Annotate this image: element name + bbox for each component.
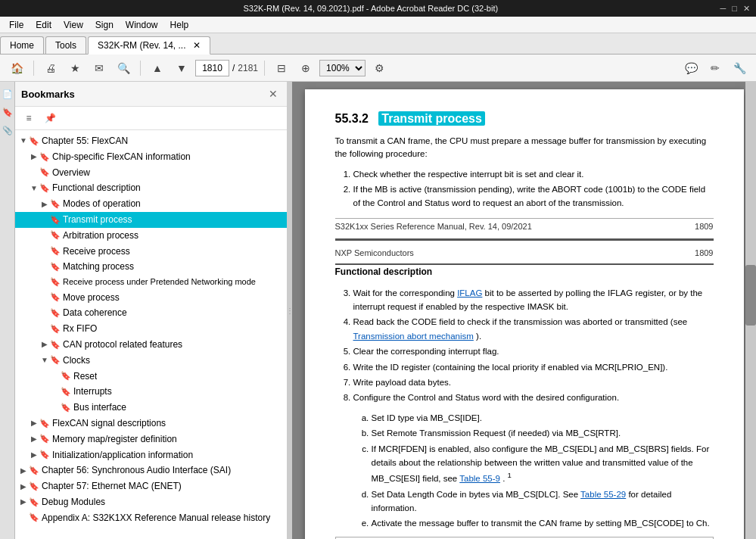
- menu-edit[interactable]: Edit: [30, 18, 58, 32]
- bookmark-chip-specific[interactable]: ▶ 🔖 Chip-specific FlexCAN information: [15, 149, 287, 165]
- bookmark-label: Data coherence: [63, 307, 127, 319]
- bookmark-memory-map[interactable]: ▶ 🔖 Memory map/register definition: [15, 432, 287, 447]
- bookmark-reset[interactable]: 🔖 Reset: [15, 369, 287, 385]
- bookmark-move[interactable]: 🔖 Move process: [15, 290, 287, 306]
- bookmark-data-coherence[interactable]: 🔖 Data coherence: [15, 305, 287, 321]
- expand-icon[interactable]: ▶: [29, 151, 39, 162]
- menu-file[interactable]: File: [3, 18, 30, 32]
- window-controls[interactable]: ─ □ ✕: [720, 4, 750, 14]
- expand-icon[interactable]: ▶: [29, 450, 39, 460]
- bookmark-label: Initialization/application information: [52, 449, 193, 462]
- table55-9-link[interactable]: Table 55-9: [459, 474, 500, 483]
- bookmark-can-protocol[interactable]: ▶ 🔖 CAN protocol related features: [15, 337, 287, 353]
- markup-button[interactable]: ✏: [705, 59, 726, 77]
- pdf-scrollbar-thumb[interactable]: [745, 265, 756, 326]
- email-button[interactable]: ✉: [89, 59, 110, 77]
- tab-close-icon[interactable]: ✕: [193, 40, 201, 51]
- bookmark-clocks[interactable]: ▼ 🔖 Clocks: [15, 353, 287, 369]
- bookmark-appendix-a[interactable]: 🔖 Appendix A: S32K1XX Reference Manual r…: [15, 510, 287, 526]
- expand-icon[interactable]: ▼: [29, 183, 39, 194]
- footer-page1: 1809: [695, 222, 713, 231]
- sidebar-toolbar: ≡ 📌: [15, 107, 287, 130]
- maximize-button[interactable]: □: [732, 4, 737, 14]
- bookmark-icon: 🔖: [29, 513, 39, 523]
- zoom-in-button[interactable]: ⊕: [295, 59, 316, 77]
- sidebar-pin-button[interactable]: 📌: [41, 110, 59, 126]
- expand-icon[interactable]: ▼: [18, 136, 29, 146]
- bookmark-star-button[interactable]: ★: [64, 59, 86, 77]
- bookmark-label: Functional description: [52, 182, 141, 195]
- menu-view[interactable]: View: [58, 18, 89, 32]
- expand-icon[interactable]: ▶: [18, 466, 29, 476]
- zoom-select[interactable]: 50% 75% 100% 125% 150% 200%: [319, 60, 366, 76]
- expand-icon[interactable]: ▶: [39, 339, 50, 350]
- expand-icon[interactable]: ▶: [29, 434, 39, 444]
- sidebar: Bookmarks ✕ ≡ 📌 ▼ 🔖 Chapter 55: FlexCAN …: [15, 82, 288, 539]
- bookmark-label: Appendix A: S32K1XX Reference Manual rel…: [42, 512, 270, 525]
- next-page-button[interactable]: ▼: [171, 59, 192, 77]
- sidebar-close-button[interactable]: ✕: [266, 86, 281, 101]
- fit-button[interactable]: ⚙: [369, 59, 390, 77]
- transmission-abort-link[interactable]: Transmission abort mechanism: [353, 332, 474, 341]
- bookmark-receive-pretend[interactable]: 🔖 Receive process under Pretended Networ…: [15, 275, 287, 289]
- bookmark-matching[interactable]: 🔖 Matching process: [15, 259, 287, 275]
- home-button[interactable]: 🏠: [6, 59, 27, 77]
- bookmark-arbitration[interactable]: 🔖 Arbitration process: [15, 228, 287, 244]
- expand-icon[interactable]: ▶: [39, 199, 50, 210]
- bookmark-rx-fifo[interactable]: 🔖 Rx FIFO: [15, 321, 287, 337]
- expand-icon[interactable]: ▶: [18, 497, 29, 507]
- tools-more-button[interactable]: 🔧: [729, 59, 750, 77]
- bookmark-transmit[interactable]: 🔖 Transmit process: [15, 212, 287, 228]
- bookmark-label: Debug Modules: [42, 496, 105, 509]
- section-title: Transmit process: [378, 111, 485, 126]
- prev-page-button[interactable]: ▲: [147, 59, 168, 77]
- menu-sign[interactable]: Sign: [89, 18, 120, 32]
- bookmark-icon: 🔖: [39, 167, 50, 178]
- tab-home[interactable]: Home: [0, 36, 44, 54]
- menu-help[interactable]: Help: [164, 18, 195, 32]
- bookmark-label: Chapter 57: Ethernet MAC (ENET): [42, 480, 182, 493]
- bookmark-label: CAN protocol related features: [63, 338, 182, 351]
- minimize-button[interactable]: ─: [720, 4, 726, 14]
- menu-window[interactable]: Window: [120, 18, 164, 32]
- page-number-input[interactable]: [195, 60, 229, 76]
- pdf-scrollbar[interactable]: [745, 82, 756, 539]
- bookmark-overview[interactable]: 🔖 Overview: [15, 165, 287, 181]
- bookmark-label: Chip-specific FlexCAN information: [52, 151, 191, 164]
- sidebar-menu-button[interactable]: ≡: [20, 110, 38, 126]
- iflag-link[interactable]: IFLAG: [457, 288, 482, 298]
- close-button[interactable]: ✕: [743, 4, 750, 14]
- bookmark-functional[interactable]: ▼ 🔖 Functional description: [15, 180, 287, 196]
- zoom-out-button[interactable]: ⊟: [271, 59, 292, 77]
- comment-button[interactable]: 💬: [680, 59, 702, 77]
- pdf-page: 55.3.2 Transmit process To transmit a CA…: [305, 89, 744, 539]
- bookmark-chapter55[interactable]: ▼ 🔖 Chapter 55: FlexCAN: [15, 133, 287, 149]
- expand-icon[interactable]: ▶: [29, 418, 39, 428]
- bookmark-icon: 🔖: [50, 199, 61, 210]
- bookmark-receive[interactable]: 🔖 Receive process: [15, 244, 287, 260]
- panel-icon-attach[interactable]: 📎: [2, 124, 14, 136]
- expand-icon[interactable]: ▶: [18, 481, 29, 492]
- bookmark-modes[interactable]: ▶ 🔖 Modes of operation: [15, 196, 287, 212]
- bookmark-icon: 🔖: [29, 136, 39, 146]
- bookmark-init-app[interactable]: ▶ 🔖 Initialization/application informati…: [15, 447, 287, 463]
- bookmark-icon: 🔖: [29, 466, 39, 476]
- tab-document[interactable]: S32K-RM (Rev. 14, ... ✕: [88, 36, 210, 55]
- panel-icon-bookmark[interactable]: 🔖: [2, 106, 14, 118]
- panel-icon-page[interactable]: 📄: [2, 88, 14, 100]
- table55-29-link[interactable]: Table 55-29: [580, 490, 626, 499]
- bookmark-chapter57[interactable]: ▶ 🔖 Chapter 57: Ethernet MAC (ENET): [15, 478, 287, 494]
- bookmark-debug[interactable]: ▶ 🔖 Debug Modules: [15, 494, 287, 510]
- search-button[interactable]: 🔍: [113, 59, 134, 77]
- main-area: 📄 🔖 📎 Bookmarks ✕ ≡ 📌 ▼ 🔖 Chapter 55: Fl…: [0, 82, 756, 539]
- page-footer: S32K1xx Series Reference Manual, Rev. 14…: [335, 222, 714, 231]
- footer-line: [335, 218, 714, 219]
- bookmark-bus-interface[interactable]: 🔖 Bus interface: [15, 400, 287, 416]
- bookmark-chapter56[interactable]: ▶ 🔖 Chapter 56: Synchronous Audio Interf…: [15, 463, 287, 478]
- bookmark-interrupts[interactable]: 🔖 Interrupts: [15, 384, 287, 400]
- bookmark-flexcan-signal[interactable]: ▶ 🔖 FlexCAN signal descriptions: [15, 416, 287, 432]
- tab-tools[interactable]: Tools: [45, 36, 86, 54]
- print-button[interactable]: 🖨: [40, 59, 61, 77]
- pdf-area[interactable]: 55.3.2 Transmit process To transmit a CA…: [292, 82, 756, 539]
- expand-icon[interactable]: ▼: [39, 355, 50, 366]
